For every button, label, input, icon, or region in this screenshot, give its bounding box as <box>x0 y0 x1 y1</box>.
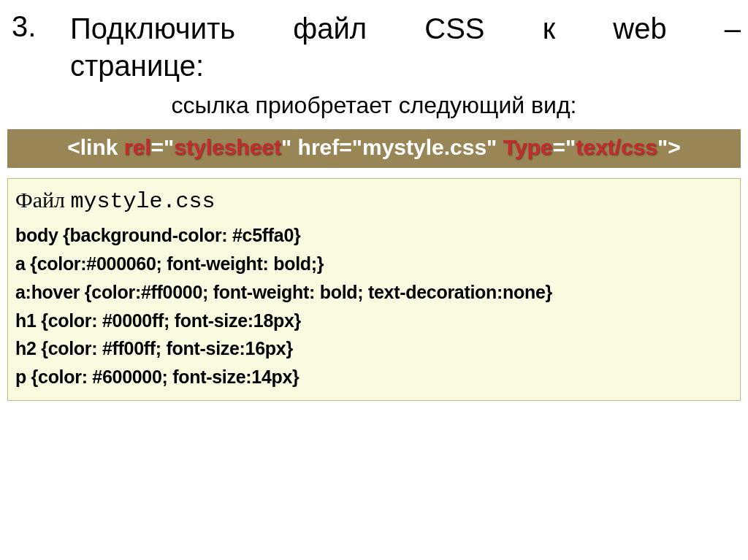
heading-row: 3. Подключить файл CSS к web – странице: <box>7 10 741 85</box>
code-token-stylesheet: stylesheet <box>174 135 281 159</box>
heading-line-2: странице: <box>70 47 741 85</box>
css-file-box: Файл mystyle.css body {background-color:… <box>7 178 741 401</box>
css-line: h1 {color: #0000ff; font-size:18px} <box>15 307 733 335</box>
css-line: p {color: #600000; font-size:14px} <box>15 363 733 391</box>
code-token-textcss: text/css <box>576 135 657 159</box>
heading-line-1: Подключить файл CSS к web – <box>70 10 741 47</box>
code-token: <link <box>67 135 124 159</box>
css-file-title-prefix: Файл <box>15 188 71 212</box>
slide-container: 3. Подключить файл CSS к web – странице:… <box>0 0 748 560</box>
code-token: " href="mystyle.css" <box>281 135 503 159</box>
code-token-rel: rel <box>124 135 151 159</box>
heading-text: Подключить файл CSS к web – странице: <box>70 10 741 85</box>
subheading: ссылка приобретает следующий вид: <box>7 92 741 119</box>
css-line: a:hover {color:#ff0000; font-weight: bol… <box>15 278 733 307</box>
css-line: body {background-color: #c5ffa0} <box>15 221 733 250</box>
css-file-title: Файл mystyle.css <box>15 183 733 219</box>
code-token: "> <box>657 135 681 159</box>
code-token: =" <box>151 135 175 159</box>
css-line: h2 {color: #ff00ff; font-size:16px} <box>15 334 733 363</box>
css-file-name: mystyle.css <box>71 189 215 214</box>
link-code-bar: <link rel="stylesheet" href="mystyle.css… <box>7 129 741 168</box>
code-token-type: Type <box>503 135 553 159</box>
css-line: a {color:#000060; font-weight: bold;} <box>15 250 733 278</box>
list-number: 3. <box>7 10 70 43</box>
code-token: =" <box>552 135 576 159</box>
